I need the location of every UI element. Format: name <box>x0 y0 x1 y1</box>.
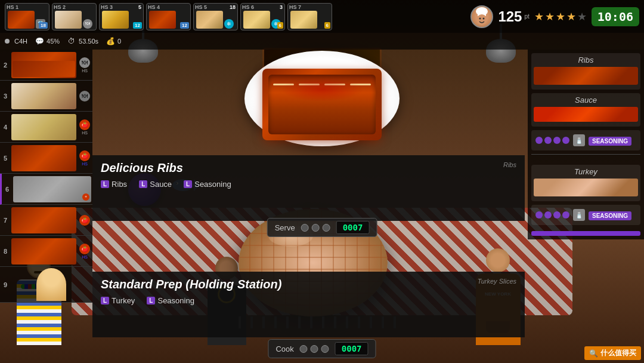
plate <box>244 51 400 146</box>
recipe-top-ingredients: L Ribs L Sauce L Seasoning <box>101 180 516 189</box>
order-row-7[interactable]: 7 🍅 <box>0 205 92 236</box>
order-food-2 <box>11 52 76 78</box>
recipe-top-title: Delicious Ribs <box>101 161 516 175</box>
status-bar: C4H 💬 45% ⏱ 53.50s 💰 0 <box>0 33 644 50</box>
right-seasoning-top-row: 🧂 SEASONING <box>534 133 638 148</box>
status-timer2: ⏱ 53.50s <box>67 36 98 46</box>
recipe-bottom-category: Turkey Slices <box>478 278 516 285</box>
order-row-8[interactable]: 8 🍅 HS <box>0 236 92 267</box>
order-row-5[interactable]: 5 🍅 HS <box>0 143 92 174</box>
hs-slot-5: HS 5 18 ❄ <box>193 3 238 30</box>
status-coins: 💰 0 <box>106 36 121 46</box>
game-timer: 10:06 <box>592 7 639 26</box>
coin-icon: 💰 <box>106 36 115 46</box>
cook-label[interactable]: Cook <box>275 344 293 353</box>
hs3-num: 5 <box>138 4 141 10</box>
order-food-3 <box>11 83 76 109</box>
hs-slot-4: HS 4 12 <box>146 3 191 30</box>
status-dot <box>5 39 10 44</box>
ingredient-seasoning-bottom: L Seasoning <box>147 296 194 305</box>
hs-slot-7: HS 7 6 <box>287 3 332 30</box>
star-1: ★ <box>534 10 544 23</box>
seasoning-dots-top <box>535 137 569 144</box>
right-sauce-title: Sauce <box>534 96 638 104</box>
serve-dots <box>301 224 330 232</box>
timer-icon: ⏱ <box>67 36 76 46</box>
order-row-9[interactable]: 9 <box>0 267 92 303</box>
order-icon-7: 🍅 <box>78 210 91 231</box>
chef-avatar <box>470 5 493 28</box>
hs7-badge: 6 <box>324 22 330 29</box>
serve-bar: Serve 0007 <box>267 218 377 237</box>
cook-bar: Cook 0007 <box>268 339 376 358</box>
order-character-peek <box>11 268 91 301</box>
right-sauce-img <box>534 107 638 122</box>
score-display: 125 pt <box>498 8 529 25</box>
order-row-2[interactable]: 2 🍽 HS <box>0 50 92 81</box>
order-icon-5: 🍅 HS <box>78 147 91 169</box>
svg-point-12 <box>476 14 487 25</box>
star-2: ★ <box>545 10 555 23</box>
stars-display: ★ ★ ★ ★ ★ <box>534 10 587 23</box>
recipe-bottom-title: Standard Prep (Holding Station) <box>101 278 516 291</box>
order-food-4 <box>11 114 76 140</box>
order-food-7 <box>11 207 76 233</box>
recipe-top-category: Ribs <box>503 161 516 168</box>
order-food-5 <box>11 145 76 171</box>
right-panel-divider <box>531 154 640 161</box>
watermark: 🔍 什么值得买 <box>584 346 641 360</box>
cook-dots <box>300 345 329 353</box>
order-icon-2: 🍽 HS <box>78 54 91 76</box>
right-seasoning-bottom-row: 🧂 SEASONING <box>534 207 638 223</box>
right-panel: Ribs Sauce 🧂 SEASONING Tur <box>528 50 644 239</box>
order-icon-4: 🍅 HS <box>78 116 91 138</box>
order-row-6[interactable]: 6 + <box>0 174 92 205</box>
right-ribs-title: Ribs <box>534 56 638 64</box>
recipe-panel-bottom: Standard Prep (Holding Station) Turkey S… <box>92 272 525 337</box>
ingredient-seasoning-top: L Seasoning <box>184 180 231 189</box>
right-card-seasoning-top: 🧂 SEASONING <box>531 130 640 150</box>
char-right-head <box>486 248 510 272</box>
game-scene: SEASONED BBQ HS 1 👕 18 HS 2 🍽 <box>0 0 644 363</box>
score-suffix: pt <box>524 13 529 20</box>
seasoning-cup-bottom: 🧂 <box>573 209 585 221</box>
hs-slot-6: HS 6 3 ❄ 6 <box>240 3 285 30</box>
hs5-num: 18 <box>230 4 236 10</box>
right-card-seasoning-bottom: 🧂 SEASONING <box>531 205 640 225</box>
hs-slot-2: HS 2 🍽 <box>52 3 97 30</box>
order-row-3[interactable]: 3 🍽 <box>0 81 92 112</box>
right-card-turkey: Turkey <box>531 165 640 201</box>
serve-label[interactable]: Serve <box>275 223 295 232</box>
order-icon-3: 🍽 <box>78 85 91 107</box>
svg-point-14 <box>483 17 485 19</box>
score-number: 125 <box>498 8 522 25</box>
hs2-label: HS 2 <box>54 4 95 29</box>
right-panel-purple-bar <box>531 231 640 236</box>
right-ribs-img <box>534 67 638 85</box>
seasoning-cup-top: 🧂 <box>573 134 585 146</box>
svg-point-13 <box>479 17 481 19</box>
right-turkey-img <box>534 179 638 196</box>
hs1-badge: 18 <box>39 22 48 29</box>
order-icon-8: 🍅 HS <box>78 241 91 262</box>
cook-number: 0007 <box>335 342 369 355</box>
recipe-bottom-ingredients: L Turkey L Seasoning <box>101 296 516 305</box>
hs3-badge: 12 <box>133 22 142 29</box>
ingredient-sauce: L Sauce <box>139 180 172 189</box>
order-food-8 <box>11 238 76 264</box>
hs6-badge: 6 <box>277 22 283 29</box>
right-card-sauce: Sauce <box>531 93 640 127</box>
seasoning-dots-bottom <box>535 211 569 219</box>
order-food-6: + <box>13 176 91 202</box>
hs-slot-3: HS 3 5 12 <box>99 3 144 30</box>
star-3: ★ <box>556 10 565 23</box>
hs4-badge: 12 <box>180 22 189 29</box>
recipe-panel-top: Delicious Ribs Ribs L Ribs L Sauce L Sea… <box>92 155 525 221</box>
right-card-ribs: Ribs <box>531 53 640 90</box>
status-chat: 💬 45% <box>35 36 60 46</box>
star-5: ★ <box>577 10 587 23</box>
chat-icon: 💬 <box>35 36 44 46</box>
order-row-4[interactable]: 4 🍅 HS <box>0 112 92 143</box>
hud-right: 125 pt ★ ★ ★ ★ ★ 10:06 <box>470 5 639 28</box>
serve-number: 0007 <box>336 221 370 234</box>
